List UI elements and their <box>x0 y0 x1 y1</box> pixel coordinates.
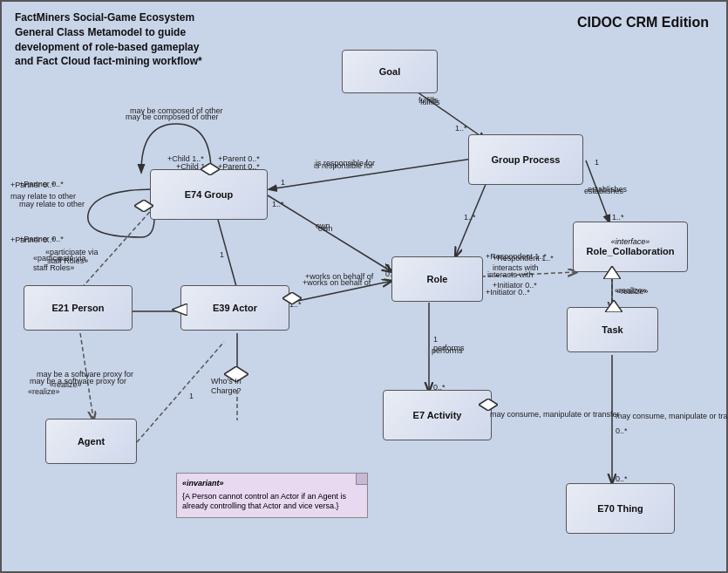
role-box: Role <box>391 256 483 302</box>
svg-marker-60 <box>172 304 187 316</box>
interacts-label: interacts with <box>487 270 534 279</box>
works-behalf-label: +works on behalf of <box>305 272 373 281</box>
svg-marker-56 <box>134 200 153 212</box>
svg-text:0..*: 0..* <box>616 474 628 483</box>
respondent-label: +Respondent 1..* <box>486 252 547 261</box>
parent-label: +Parent 0..* <box>218 154 260 163</box>
svg-line-17 <box>455 182 486 257</box>
svg-line-43 <box>80 333 93 419</box>
svg-line-13 <box>268 195 392 272</box>
svg-text:1: 1 <box>433 335 438 344</box>
svg-text:1..*: 1..* <box>272 200 284 208</box>
aggregation-diamond-actor <box>282 292 302 306</box>
goal-label: Goal <box>379 66 400 77</box>
header-edition: CIDOC CRM Edition <box>577 15 709 31</box>
e7-activity-box: E7 Activity <box>383 390 492 440</box>
svg-line-29 <box>80 207 154 290</box>
realize-task-label: «realize» <box>615 286 647 295</box>
e70-thing-box: E70 Thing <box>566 483 675 534</box>
whos-in-charge-label: Who's In Charge? <box>211 366 242 397</box>
agent-box: Agent <box>45 419 137 464</box>
may-compose-label: may be composed of other <box>130 106 223 115</box>
performs-label: performs <box>432 346 463 355</box>
consume-label: may consume, manipulate or transfer <box>490 410 620 419</box>
svg-text:may consume, manipulate or tra: may consume, manipulate or transfer <box>616 412 728 420</box>
svg-line-34 <box>289 281 392 303</box>
svg-marker-61 <box>605 300 623 312</box>
proxy-label: may be a software proxy for <box>30 377 126 385</box>
e7-activity-label: E7 Activity <box>413 410 462 420</box>
title-text: FactMiners Social-Game Ecosystem General… <box>15 11 202 67</box>
group-process-label: Group Process <box>492 154 561 165</box>
e39-actor-label: E39 Actor <box>213 303 257 313</box>
partner1-label: +Partner 0..* <box>10 181 55 189</box>
svg-marker-57 <box>282 292 302 304</box>
responsible-label: is responsible for <box>314 161 373 170</box>
role-collab-stereotype: «interface» <box>611 237 650 246</box>
svg-marker-55 <box>201 163 220 175</box>
svg-text:1..*: 1..* <box>464 213 476 222</box>
svg-text:1: 1 <box>595 158 599 167</box>
goal-box: Goal <box>342 50 438 93</box>
svg-text:1..*: 1..* <box>612 213 624 222</box>
inheritance-triangle-collab <box>603 266 621 281</box>
task-label: Task <box>602 324 623 335</box>
svg-text:1: 1 <box>281 178 285 187</box>
header-title: FactMiners Social-Game Ecosystem General… <box>15 10 259 69</box>
svg-text:1: 1 <box>189 392 194 400</box>
may-relate-label: may relate to other <box>10 192 76 201</box>
group-process-box: Group Process <box>468 134 583 185</box>
inheritance-triangle-person <box>172 304 187 317</box>
fulfills-label: fulfills <box>418 96 439 105</box>
invariant-text: {A Person cannot control an Actor if an … <box>182 492 362 512</box>
aggregation-diamond-side <box>134 200 153 214</box>
agent-label: Agent <box>78 436 105 447</box>
invariant-stereotype: «invariant» <box>182 479 362 489</box>
role-label: Role <box>427 274 448 284</box>
e70-thing-label: E70 Thing <box>597 503 643 514</box>
invariant-note: «invariant» {A Person cannot control an … <box>176 473 368 518</box>
svg-text:may relate to other: may relate to other <box>19 200 85 208</box>
svg-marker-59 <box>603 266 621 279</box>
inheritance-triangle-task <box>605 300 623 314</box>
svg-marker-62 <box>479 399 498 411</box>
composition-diamond-group <box>201 163 220 177</box>
role-collab-label: Role_Collaboration <box>587 246 675 256</box>
establishes-label: establishes <box>584 187 623 195</box>
role-collab-box: «interface» Role_Collaboration <box>573 222 688 272</box>
partner2-label: +Partner 0..* <box>10 235 55 244</box>
child-label: +Child 1..* <box>167 154 204 163</box>
svg-line-32 <box>218 220 237 290</box>
svg-text:0..*: 0..* <box>616 426 628 435</box>
participate-label: «participate via staff Roles» <box>33 244 86 272</box>
e74-group-label: E74 Group <box>185 189 234 200</box>
e39-actor-box: E39 Actor <box>180 285 289 331</box>
diagram-container: FactMiners Social-Game Ecosystem General… <box>0 0 728 573</box>
e21-person-label: E21 Person <box>52 303 105 313</box>
e21-person-box: E21 Person <box>24 285 133 331</box>
svg-text:1: 1 <box>220 250 224 259</box>
realize-agent-label: «realize» <box>28 387 60 396</box>
own-label: own <box>318 224 333 233</box>
initiator-label: +Initiator 0..* <box>486 288 530 297</box>
svg-text:1..*: 1..* <box>455 124 467 133</box>
